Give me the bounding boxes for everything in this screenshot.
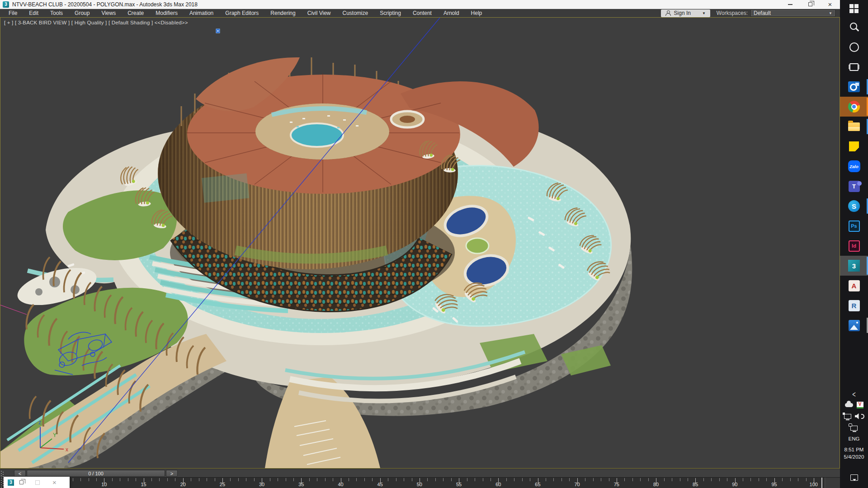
3ds-max-icon[interactable]: 3 [840, 256, 868, 276]
photoshop-icon[interactable]: Ps [840, 216, 868, 236]
menu-item[interactable]: Rendering [264, 10, 301, 16]
window-controls: × [780, 0, 840, 9]
restore-icon[interactable] [19, 480, 24, 484]
menu-bar: FileEditToolsGroupViewsCreateModifiersAn… [0, 9, 840, 17]
3ds-max-app-icon: 3 [8, 479, 14, 486]
remote-desktop-icon[interactable] [850, 426, 858, 431]
menu-item[interactable]: Content [407, 10, 438, 16]
menu-item[interactable]: Edit [23, 10, 44, 16]
track-bar[interactable]: 0510152025303540455055606570758085909510… [0, 477, 840, 488]
close-icon[interactable]: × [52, 479, 57, 486]
v-app-icon[interactable]: V [857, 402, 863, 408]
next-frame-button[interactable]: > [166, 470, 178, 477]
menu-items: FileEditToolsGroupViewsCreateModifiersAn… [3, 10, 488, 16]
window-preview-popup[interactable]: 3 × [4, 477, 70, 488]
water-glimpse [202, 174, 249, 203]
taskbar-apps: Zalo T S Ps Id 3 A R [840, 0, 868, 335]
action-center-button[interactable] [840, 469, 868, 486]
indesign-icon[interactable]: Id [840, 236, 868, 256]
photos-icon[interactable] [840, 315, 868, 335]
sticky-notes-icon[interactable] [840, 136, 868, 156]
task-view-icon[interactable] [840, 57, 868, 77]
close-button[interactable]: × [820, 0, 840, 9]
autocad-icon[interactable]: A [840, 276, 868, 296]
restore-button[interactable] [800, 0, 820, 9]
sign-in-button[interactable]: Sign In ▼ [661, 9, 710, 17]
viewport-label[interactable]: [ + ] [ 3-BACK BIRD VIEW ] [ High Qualit… [4, 20, 188, 25]
search-icon[interactable] [840, 17, 868, 37]
3dsmax-window: 3 NTVV-BEACH CLUB - 20200504 - POLYGON.m… [0, 0, 840, 488]
show-hidden-icons-button[interactable]: < [840, 386, 868, 402]
clock-time: 8:51 PM [844, 446, 864, 454]
cortana-icon[interactable] [840, 37, 868, 57]
file-explorer-icon[interactable] [840, 117, 868, 136]
notification-icon [850, 474, 858, 481]
round-bar-center [400, 116, 415, 123]
viewport[interactable]: [ + ] [ 3-BACK BIRD VIEW ] [ High Qualit… [0, 17, 840, 469]
viewport-3d-scene[interactable]: x Y z [0, 18, 840, 468]
window-title: NTVV-BEACH CLUB - 20200504 - POLYGON.max… [12, 1, 198, 8]
chevron-down-icon: ▼ [702, 11, 706, 15]
workspace-select[interactable]: Default ▼ [750, 9, 835, 17]
helper-object-icon[interactable] [216, 29, 220, 33]
clock-date: 5/4/2020 [844, 453, 864, 461]
menu-item[interactable]: Help [465, 10, 488, 16]
volume-icon[interactable] [855, 413, 860, 419]
menu-item[interactable]: Group [69, 10, 95, 16]
menu-item[interactable]: Views [95, 10, 122, 16]
teams-icon[interactable]: T [840, 176, 868, 196]
time-slider-handle[interactable]: 0 / 100 [27, 470, 165, 477]
menu-item[interactable]: Animation [184, 10, 219, 16]
axis-x-label: x [66, 446, 68, 453]
menu-item[interactable]: Graph Editors [219, 10, 264, 16]
ruler-labels: 0510152025303540455055606570758085909510… [25, 482, 814, 488]
menu-item[interactable]: Create [122, 10, 150, 16]
language-indicator[interactable]: ENG [840, 433, 868, 444]
time-slider-row: < 0 / 100 > [0, 469, 840, 477]
axis-y-label: Y [53, 432, 57, 438]
onedrive-icon[interactable] [845, 403, 853, 407]
zalo-icon[interactable]: Zalo [840, 156, 868, 176]
taskbar-clock[interactable]: 8:51 PM 5/4/2020 [840, 444, 868, 463]
workspace-value: Default [754, 10, 829, 16]
menu-item[interactable]: Arnold [438, 10, 465, 16]
menu-item[interactable]: Customize [337, 10, 374, 16]
outlook-icon[interactable] [840, 77, 868, 97]
system-tray: < V ENG 8:51 PM 5/4/2020 [840, 389, 868, 488]
volume-wave-icon [861, 414, 864, 419]
user-icon [665, 10, 671, 16]
sign-in-label: Sign In [674, 10, 691, 16]
previous-frame-button[interactable]: < [14, 470, 26, 477]
maximize-icon[interactable] [35, 480, 40, 485]
skype-icon[interactable]: S [840, 196, 868, 216]
minimize-button[interactable] [780, 0, 800, 9]
menu-item[interactable]: Modifiers [150, 10, 184, 16]
menu-item[interactable]: Tools [44, 10, 69, 16]
menu-item[interactable]: Scripting [374, 10, 407, 16]
start-button[interactable] [840, 0, 868, 17]
menu-item[interactable]: Civil View [302, 10, 337, 16]
title-bar[interactable]: 3 NTVV-BEACH CLUB - 20200504 - POLYGON.m… [0, 0, 840, 9]
axis-z-label: z [38, 419, 41, 426]
menu-item[interactable]: File [3, 10, 23, 16]
chrome-icon[interactable] [840, 97, 868, 117]
revit-icon[interactable]: R [840, 296, 868, 315]
network-icon[interactable] [844, 414, 851, 419]
ruler-end-marker [821, 478, 822, 488]
workspaces-group: Workspaces: Default ▼ [717, 9, 835, 17]
ruler-end-zone [825, 478, 840, 488]
windows-taskbar: Zalo T S Ps Id 3 A R < V [840, 0, 868, 488]
chevron-down-icon: ▼ [829, 11, 832, 15]
3ds-max-app-icon: 3 [3, 1, 9, 8]
workspaces-label: Workspaces: [717, 10, 748, 16]
